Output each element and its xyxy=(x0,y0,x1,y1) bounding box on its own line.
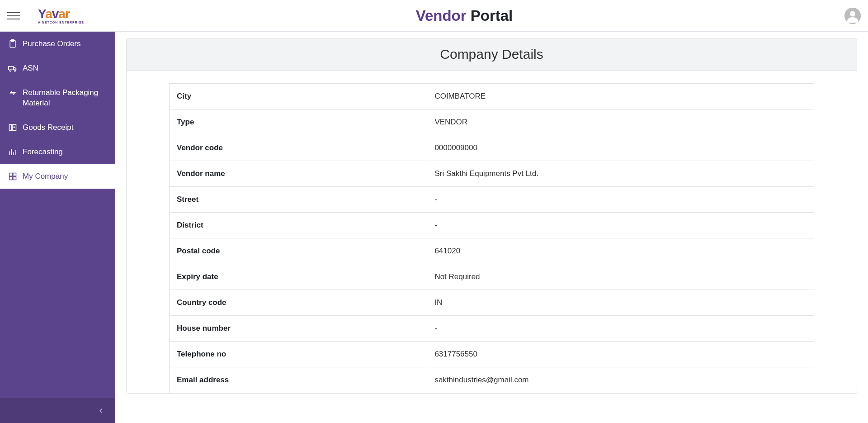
title-vendor: Vendor xyxy=(416,7,467,24)
table-row: District- xyxy=(170,213,814,238)
detail-label: Street xyxy=(170,187,427,213)
svg-point-1 xyxy=(850,11,855,16)
detail-value: - xyxy=(427,316,814,342)
profile-icon[interactable] xyxy=(844,8,861,24)
table-row: Country codeIN xyxy=(170,290,814,316)
table-row: CityCOIMBATORE xyxy=(170,84,814,109)
detail-label: City xyxy=(170,84,427,109)
main-content: Company Details CityCOIMBATORETypeVENDOR… xyxy=(115,32,868,423)
sidebar-item-label: Returnable Packaging Material xyxy=(23,87,107,109)
card-title: Company Details xyxy=(127,38,857,71)
clipboard-icon xyxy=(8,39,17,48)
table-row: House number- xyxy=(170,316,814,342)
svg-point-5 xyxy=(9,70,11,71)
detail-value: IN xyxy=(427,290,814,316)
svg-rect-7 xyxy=(9,125,12,131)
sidebar-item-forecasting[interactable]: Forecasting xyxy=(0,140,115,164)
table-row: TypeVENDOR xyxy=(170,109,814,135)
svg-rect-15 xyxy=(9,173,13,176)
card-body: CityCOIMBATORETypeVENDORVendor code00000… xyxy=(127,71,857,393)
table-row: Telephone no6317756550 xyxy=(170,342,814,367)
sidebar-item-returnable-packaging[interactable]: Returnable Packaging Material xyxy=(0,81,115,116)
detail-value: 0000009000 xyxy=(427,135,814,161)
sidebar-menu: Purchase Orders ASN Returnable Packaging… xyxy=(0,32,115,398)
svg-rect-4 xyxy=(9,67,14,70)
detail-value: VENDOR xyxy=(427,109,814,135)
company-icon xyxy=(8,172,17,181)
detail-label: Telephone no xyxy=(170,342,427,367)
svg-rect-18 xyxy=(13,177,16,180)
sidebar-item-label: Forecasting xyxy=(23,147,63,157)
detail-label: Email address xyxy=(170,367,427,393)
logo-subtitle: A NETCON ENTERPRISE xyxy=(38,21,84,24)
table-row: Street- xyxy=(170,187,814,213)
page-title: Vendor Portal xyxy=(84,7,844,24)
sidebar-item-label: Goods Receipt xyxy=(23,122,73,133)
company-details-table: CityCOIMBATORETypeVENDORVendor code00000… xyxy=(169,83,814,393)
detail-label: Postal code xyxy=(170,238,427,264)
sidebar-item-asn[interactable]: ASN xyxy=(0,56,115,81)
truck-icon xyxy=(8,64,17,73)
receipt-icon xyxy=(8,123,17,132)
return-icon xyxy=(8,88,17,97)
table-row: Email addresssakthindustries@gmail.com xyxy=(170,367,814,393)
sidebar-item-purchase-orders[interactable]: Purchase Orders xyxy=(0,32,115,56)
chevron-left-icon xyxy=(98,408,104,414)
detail-value: 6317756550 xyxy=(427,342,814,367)
detail-label: Vendor code xyxy=(170,135,427,161)
svg-rect-16 xyxy=(13,173,16,176)
sidebar-item-my-company[interactable]: My Company xyxy=(0,164,115,189)
logo-text: Yavar xyxy=(38,8,70,20)
table-row: Vendor nameSri Sakthi Equipments Pvt Ltd… xyxy=(170,161,814,187)
svg-rect-17 xyxy=(9,177,13,180)
detail-value: 641020 xyxy=(427,238,814,264)
layout: Purchase Orders ASN Returnable Packaging… xyxy=(0,32,868,423)
sidebar-item-label: Purchase Orders xyxy=(23,38,81,49)
detail-value: sakthindustries@gmail.com xyxy=(427,367,814,393)
detail-value: COIMBATORE xyxy=(427,84,814,109)
company-details-card: Company Details CityCOIMBATORETypeVENDOR… xyxy=(126,38,857,394)
table-row: Vendor code0000009000 xyxy=(170,135,814,161)
svg-point-6 xyxy=(14,70,15,71)
title-portal: Portal xyxy=(467,7,513,24)
detail-label: District xyxy=(170,213,427,238)
table-row: Expiry dateNot Required xyxy=(170,264,814,290)
detail-label: Vendor name xyxy=(170,161,427,187)
menu-toggle-icon[interactable] xyxy=(7,10,20,22)
detail-value: - xyxy=(427,213,814,238)
logo[interactable]: Yavar A NETCON ENTERPRISE xyxy=(38,8,84,24)
sidebar-item-goods-receipt[interactable]: Goods Receipt xyxy=(0,115,115,140)
header: Yavar A NETCON ENTERPRISE Vendor Portal xyxy=(0,0,868,32)
detail-label: House number xyxy=(170,316,427,342)
sidebar-collapse-button[interactable] xyxy=(0,398,115,423)
detail-label: Expiry date xyxy=(170,264,427,290)
detail-label: Country code xyxy=(170,290,427,316)
sidebar: Purchase Orders ASN Returnable Packaging… xyxy=(0,32,115,423)
sidebar-item-label: ASN xyxy=(23,63,38,74)
detail-value: Sri Sakthi Equipments Pvt Ltd. xyxy=(427,161,814,187)
detail-label: Type xyxy=(170,109,427,135)
table-row: Postal code641020 xyxy=(170,238,814,264)
detail-value: Not Required xyxy=(427,264,814,290)
sidebar-item-label: My Company xyxy=(23,171,68,182)
chart-icon xyxy=(8,147,17,157)
detail-value: - xyxy=(427,187,814,213)
